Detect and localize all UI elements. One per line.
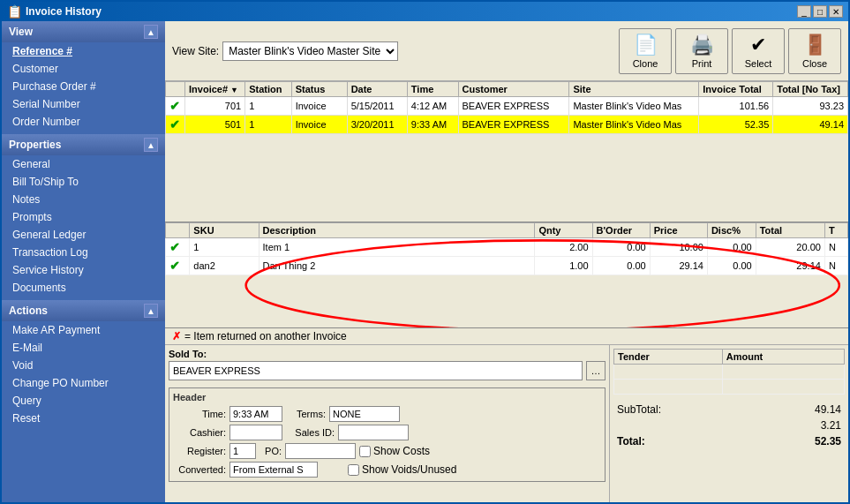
sidebar-item-bill-to[interactable]: Bill To/Ship To [2, 173, 165, 191]
print-icon: 🖨️ [690, 34, 714, 56]
sidebar-item-query[interactable]: Query [2, 392, 165, 410]
sidebar-item-notes[interactable]: Notes [2, 191, 165, 208]
close-icon: 🚪 [803, 34, 827, 56]
subtotal-row: SubTotal: 49.14 [613, 402, 845, 417]
clone-label: Clone [633, 58, 658, 69]
line-col-qnty: Qnty [535, 223, 592, 238]
line-price-1: 29.14 [650, 257, 707, 275]
cashier-input[interactable] [229, 425, 282, 440]
show-costs-checkbox[interactable] [359, 446, 371, 457]
sidebar-item-general[interactable]: General [2, 155, 165, 173]
col-header-time[interactable]: Time [407, 82, 458, 97]
sidebar-item-purchase-order[interactable]: Purchase Order # [2, 78, 165, 95]
sidebar-item-void[interactable]: Void [2, 357, 165, 374]
sidebar-item-order-number[interactable]: Order Number [2, 113, 165, 131]
invoice-notax-1: 49.14 [773, 116, 848, 134]
actions-collapse-button[interactable]: ▲ [144, 304, 158, 318]
col-header-customer[interactable]: Customer [458, 82, 569, 97]
clone-button[interactable]: 📄 Clone [619, 28, 672, 74]
col-header-total[interactable]: Invoice Total [699, 82, 773, 97]
line-col-sku: SKU [190, 223, 259, 238]
sales-id-label: Sales ID: [286, 427, 335, 438]
invoice-station-1: 1 [245, 116, 291, 134]
sidebar-item-make-ar-payment[interactable]: Make AR Payment [2, 321, 165, 339]
sidebar-item-documents[interactable]: Documents [2, 279, 165, 297]
toolbar-left: View Site: Master Blink's Video Master S… [172, 41, 612, 61]
line-col-disc: Disc% [707, 223, 756, 238]
tender-row-empty2 [614, 380, 723, 395]
invoice-table-row[interactable]: ✔ 701 1 Invoice 5/15/2011 4:12 AM BEAVER… [166, 97, 848, 116]
view-site-select[interactable]: Master Blink's Video Master Site [222, 41, 398, 61]
properties-collapse-button[interactable]: ▲ [144, 138, 158, 152]
line-col-price: Price [650, 223, 707, 238]
invoice-table: Invoice# ▼ Station Status Date Time Cust… [165, 81, 848, 134]
invoice-station-0: 1 [245, 97, 291, 116]
line-col-description: Description [259, 223, 535, 238]
po-label: PO: [260, 446, 282, 456]
show-costs-label: Show Costs [359, 445, 430, 457]
browse-button[interactable]: … [586, 361, 606, 380]
show-voids-checkbox[interactable] [348, 464, 359, 476]
invoice-check-0: ✔ [166, 97, 185, 116]
register-input[interactable] [229, 443, 256, 459]
tax-value: 3.21 [821, 419, 841, 432]
sidebar-item-serial-number[interactable]: Serial Number [2, 95, 165, 113]
print-button[interactable]: 🖨️ Print [675, 28, 728, 74]
line-qnty-1: 1.00 [535, 257, 592, 275]
invoice-time-0: 4:12 AM [407, 97, 458, 116]
po-input[interactable] [285, 443, 356, 459]
sidebar-properties-header[interactable]: Properties ▲ [2, 134, 165, 155]
col-header-status[interactable]: Status [291, 82, 347, 97]
maximize-button[interactable]: □ [813, 5, 827, 18]
time-input[interactable] [229, 406, 282, 422]
bottom-area: Sold To: … Header Time: Terms: [165, 345, 848, 502]
sidebar-item-general-ledger[interactable]: General Ledger [2, 226, 165, 244]
window-title: Invoice History [26, 5, 102, 18]
invoice-table-container[interactable]: Invoice# ▼ Station Status Date Time Cust… [165, 81, 848, 222]
view-collapse-button[interactable]: ▲ [144, 25, 158, 39]
toolbar-buttons: 📄 Clone 🖨️ Print ✔ Select 🚪 Close [619, 28, 841, 74]
line-table-row[interactable]: ✔ 1 Item 1 2.00 0.00 10.00 0.00 20.00 N [166, 238, 848, 257]
close-window-button[interactable]: ✕ [829, 5, 843, 18]
sales-id-input[interactable] [338, 425, 409, 440]
select-button[interactable]: ✔ Select [732, 28, 785, 74]
close-label: Close [802, 58, 827, 69]
tender-row-empty [614, 365, 723, 380]
invoice-customer-1: BEAVER EXPRESS [458, 116, 569, 134]
terms-input[interactable] [329, 406, 400, 422]
sidebar-item-email[interactable]: E-Mail [2, 339, 165, 357]
col-header-date[interactable]: Date [347, 82, 407, 97]
converted-input[interactable] [229, 462, 318, 478]
invoice-table-row[interactable]: ✔ 501 1 Invoice 3/20/2011 9:33 AM BEAVER… [166, 116, 848, 134]
col-header-site[interactable]: Site [569, 82, 699, 97]
view-site-label: View Site: [172, 45, 219, 57]
col-header-station[interactable]: Station [245, 82, 291, 97]
sold-to-input[interactable] [169, 361, 583, 380]
sidebar-item-transaction-log[interactable]: Transaction Log [2, 244, 165, 261]
sidebar-item-prompts[interactable]: Prompts [2, 208, 165, 226]
minimize-button[interactable]: _ [797, 5, 811, 18]
sidebar-item-reference[interactable]: Reference # [2, 42, 165, 60]
sidebar-item-reset[interactable]: Reset [2, 410, 165, 427]
sidebar-item-customer[interactable]: Customer [2, 60, 165, 78]
line-items-container[interactable]: SKU Description Qnty B'Order Price Disc%… [165, 222, 848, 328]
header-row-time: Time: Terms: [173, 406, 601, 422]
totals-area: SubTotal: 49.14 3.21 Total: 52.35 [613, 402, 845, 449]
sidebar-view-header[interactable]: View ▲ [2, 21, 165, 42]
sidebar-actions-header[interactable]: Actions ▲ [2, 300, 165, 321]
line-total-1: 29.14 [756, 257, 824, 275]
amount-col-header: Amount [722, 350, 844, 365]
invoice-status-0: Invoice [291, 97, 347, 116]
line-t-1: N [824, 257, 847, 275]
line-table-row[interactable]: ✔ dan2 Dan Thing 2 1.00 0.00 29.14 0.00 … [166, 257, 848, 275]
window-icon: 📋 [7, 4, 22, 19]
sidebar-item-service-history[interactable]: Service History [2, 261, 165, 279]
invoice-site-1: Master Blink's Video Mas [569, 116, 699, 134]
sidebar-item-change-po[interactable]: Change PO Number [2, 374, 165, 392]
close-button[interactable]: 🚪 Close [788, 28, 841, 74]
col-header-notax[interactable]: Total [No Tax] [773, 82, 848, 97]
line-total-0: 20.00 [756, 238, 824, 257]
line-check-0: ✔ [166, 238, 190, 257]
col-header-invoice[interactable]: Invoice# ▼ [185, 82, 245, 97]
sidebar-properties-label: Properties [9, 139, 61, 151]
